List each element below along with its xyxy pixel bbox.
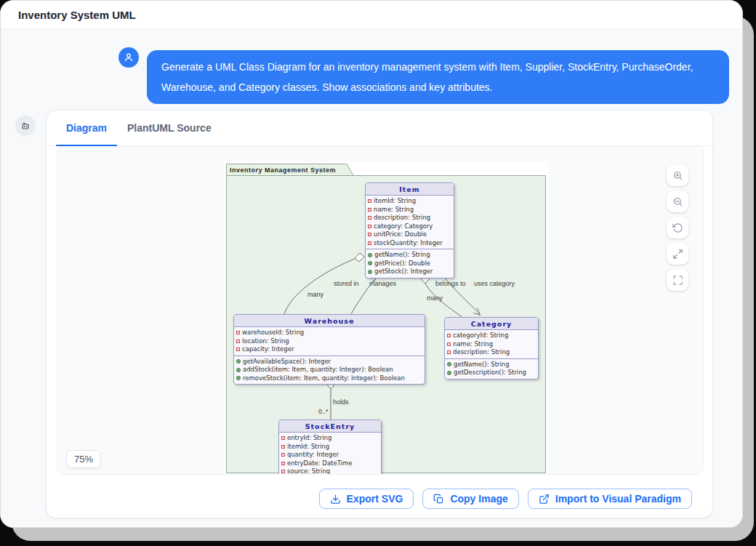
uml-attribute: quantity: Integer (281, 451, 379, 459)
uml-attribute: entryId: String (281, 434, 379, 443)
titlebar: Inventory System UML (1, 1, 742, 29)
fit-to-screen-button[interactable] (667, 243, 688, 265)
user-avatar (118, 47, 139, 68)
uml-attribute: description: String (447, 348, 536, 357)
tab-plantuml-source[interactable]: PlantUML Source (117, 111, 222, 146)
attribute-icon (368, 199, 371, 203)
uml-class-item-title: Item (366, 183, 454, 196)
multiplicity-belongs-to: many (427, 294, 443, 302)
expand-icon (672, 249, 683, 260)
zoom-out-button[interactable] (667, 190, 688, 212)
attribute-icon (281, 462, 285, 465)
import-to-visual-paradigm-button[interactable]: Import to Visual Paradigm (528, 489, 692, 509)
uml-method: removeStock(item: Item, quantity: Intege… (236, 374, 422, 383)
uml-attribute-text: entryId: String (287, 434, 331, 443)
uml-attribute: stockQuantity: Integer (368, 239, 451, 248)
user-message-bubble: Generate a UML Class Diagram for an inve… (147, 50, 729, 104)
app-window: Inventory System UML Generate a UML Clas… (0, 0, 743, 528)
edge-label-uses-category: uses category (474, 280, 515, 287)
uml-method-text: getName(): String (454, 361, 510, 369)
uml-class-warehouse: Warehouse warehouseId: String location: … (233, 314, 425, 385)
uml-method: getPrice(): Double (368, 260, 451, 268)
uml-attribute-text: itemId: String (374, 197, 416, 206)
attribute-icon (236, 340, 240, 343)
external-link-icon (539, 494, 550, 505)
uml-attribute-text: quantity: Integer (287, 451, 339, 459)
uml-class-category: Category categoryId: String name: String… (444, 317, 539, 380)
reset-view-button[interactable] (667, 217, 688, 238)
uml-class-stockentry-title: StockEntry (279, 420, 381, 433)
export-svg-label: Export SVG (347, 493, 403, 505)
uml-attribute: categoryId: String (447, 332, 536, 340)
fullscreen-button[interactable] (667, 269, 688, 291)
uml-attribute: description: String (368, 214, 451, 222)
uml-method: getStock(): Integer (368, 268, 451, 276)
attribute-icon (368, 241, 371, 245)
zoom-in-button[interactable] (667, 164, 688, 186)
uml-attribute-text: name: String (374, 206, 414, 214)
attribute-icon (447, 350, 451, 354)
bot-avatar (15, 116, 36, 136)
package-title: Inventory Management System (230, 166, 336, 174)
uml-class-category-title: Category (445, 318, 538, 330)
attribute-icon (236, 331, 240, 334)
uml-attribute-text: entryDate: DateTime (287, 459, 352, 468)
multiplicity-holds: 0..* (318, 408, 329, 415)
uml-attribute-text: category: Category (374, 222, 433, 231)
copy-icon (433, 494, 444, 505)
attribute-icon (236, 348, 240, 351)
import-to-visual-paradigm-label: Import to Visual Paradigm (555, 493, 681, 505)
uml-attribute: category: Category (368, 222, 451, 231)
uml-attribute: name: String (368, 206, 451, 214)
edge-label-stored-in: stored in (334, 280, 359, 287)
method-icon (236, 368, 241, 372)
uml-attribute: location: String (236, 337, 422, 346)
method-icon (447, 362, 451, 366)
uml-class-warehouse-methods: getAvailableSpace(): Integer addStock(it… (234, 356, 425, 385)
uml-method-text: getDescription(): String (454, 369, 526, 377)
copy-image-label: Copy Image (450, 493, 507, 505)
attribute-icon (368, 216, 371, 220)
uml-class-warehouse-attributes: warehouseId: String location: String cap… (234, 327, 425, 356)
uml-attribute-text: categoryId: String (453, 332, 508, 340)
diagram-panel: Diagram PlantUML Source Inventory Manage… (46, 110, 713, 518)
tab-plantuml-source-label: PlantUML Source (127, 122, 212, 134)
export-svg-button[interactable]: Export SVG (319, 489, 414, 509)
method-icon (368, 270, 372, 274)
uml-attribute: itemId: String (281, 443, 379, 451)
zoom-in-icon (672, 170, 683, 181)
attribute-icon (281, 453, 285, 457)
uml-attribute-text: location: String (242, 337, 289, 346)
uml-method: getName(): String (368, 251, 451, 260)
uml-method: getAvailableSpace(): Integer (236, 358, 422, 366)
uml-method-text: getPrice(): Double (374, 260, 430, 268)
diagram-canvas[interactable]: Inventory Management System (57, 146, 704, 475)
uml-attribute-text: warehouseId: String (242, 329, 304, 337)
uml-method-text: getStock(): Integer (374, 268, 433, 276)
method-icon (447, 371, 451, 375)
uml-attribute-text: capacity: Integer (242, 345, 294, 354)
uml-attribute-text: name: String (453, 340, 493, 349)
attribute-icon (447, 334, 451, 337)
zoom-level-badge: 75% (66, 450, 101, 468)
edge-label-holds: holds (333, 398, 349, 406)
tab-bar: Diagram PlantUML Source (47, 111, 712, 146)
tab-diagram[interactable]: Diagram (56, 111, 117, 146)
uml-class-item: Item itemId: String name: String descrip… (365, 182, 454, 278)
tab-diagram-label: Diagram (66, 122, 107, 134)
uml-attribute: name: String (447, 340, 536, 349)
uml-attribute-text: itemId: String (287, 443, 329, 451)
uml-attribute: source: String (281, 467, 379, 475)
copy-image-button[interactable]: Copy Image (422, 489, 518, 509)
reset-icon (672, 222, 683, 233)
uml-attribute: capacity: Integer (236, 345, 422, 354)
uml-method-text: addStock(item: Item, quantity: Integer):… (243, 366, 393, 374)
method-icon (236, 359, 241, 364)
uml-class-warehouse-title: Warehouse (234, 315, 425, 327)
download-icon (330, 494, 341, 505)
uml-class-stockentry-attributes: entryId: String itemId: String quantity:… (279, 433, 381, 475)
uml-attribute-text: stockQuantity: Integer (374, 239, 443, 248)
content-area: Generate a UML Class Diagram for an inve… (1, 30, 742, 527)
uml-attribute: unitPrice: Double (368, 230, 451, 239)
attribute-icon (281, 470, 285, 473)
